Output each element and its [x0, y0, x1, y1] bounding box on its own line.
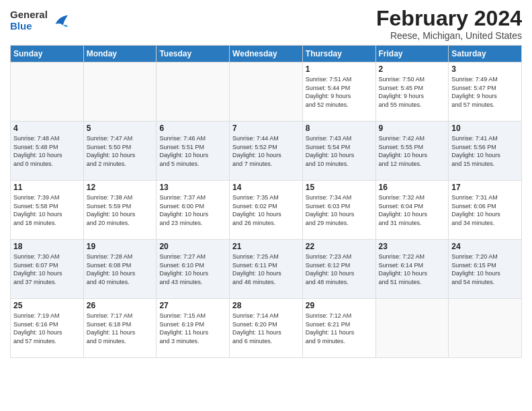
table-row: 7Sunrise: 7:44 AM Sunset: 5:52 PM Daylig…	[230, 122, 303, 181]
table-row: 9Sunrise: 7:42 AM Sunset: 5:55 PM Daylig…	[375, 122, 449, 181]
table-row: 23Sunrise: 7:22 AM Sunset: 6:14 PM Dayli…	[375, 240, 449, 299]
col-monday: Monday	[83, 46, 157, 62]
day-number: 11	[13, 183, 81, 192]
day-number: 2	[379, 64, 446, 74]
day-info: Sunrise: 7:34 AM Sunset: 6:03 PM Dayligh…	[306, 193, 373, 227]
day-info: Sunrise: 7:22 AM Sunset: 6:14 PM Dayligh…	[379, 253, 446, 286]
day-info: Sunrise: 7:42 AM Sunset: 5:55 PM Dayligh…	[379, 134, 446, 168]
table-row: 28Sunrise: 7:14 AM Sunset: 6:20 PM Dayli…	[230, 299, 303, 358]
table-row: 12Sunrise: 7:38 AM Sunset: 5:59 PM Dayli…	[83, 181, 157, 240]
header: General Blue February 2024 Reese, Michig…	[10, 7, 522, 41]
day-number: 17	[451, 183, 519, 192]
table-row: 19Sunrise: 7:28 AM Sunset: 6:08 PM Dayli…	[83, 240, 157, 299]
table-row: 3Sunrise: 7:49 AM Sunset: 5:47 PM Daylig…	[449, 62, 522, 122]
day-number: 15	[306, 183, 373, 192]
day-info: Sunrise: 7:38 AM Sunset: 5:59 PM Dayligh…	[87, 193, 154, 227]
day-number: 1	[306, 64, 373, 74]
day-info: Sunrise: 7:15 AM Sunset: 6:19 PM Dayligh…	[159, 312, 226, 345]
table-row: 1Sunrise: 7:51 AM Sunset: 5:44 PM Daylig…	[302, 62, 375, 122]
day-info: Sunrise: 7:31 AM Sunset: 6:06 PM Dayligh…	[451, 193, 519, 227]
logo-text: General Blue	[10, 9, 48, 32]
table-row	[449, 299, 522, 358]
calendar-week-row: 11Sunrise: 7:39 AM Sunset: 5:58 PM Dayli…	[11, 181, 522, 240]
day-info: Sunrise: 7:19 AM Sunset: 6:16 PM Dayligh…	[13, 312, 81, 345]
day-number: 3	[451, 64, 519, 74]
day-number: 21	[232, 242, 300, 251]
day-number: 7	[232, 124, 300, 133]
day-info: Sunrise: 7:27 AM Sunset: 6:10 PM Dayligh…	[159, 253, 226, 286]
table-row: 22Sunrise: 7:23 AM Sunset: 6:12 PM Dayli…	[302, 240, 375, 299]
day-info: Sunrise: 7:37 AM Sunset: 6:00 PM Dayligh…	[159, 193, 226, 227]
day-info: Sunrise: 7:43 AM Sunset: 5:54 PM Dayligh…	[306, 134, 373, 168]
day-info: Sunrise: 7:35 AM Sunset: 6:02 PM Dayligh…	[232, 193, 300, 227]
day-info: Sunrise: 7:46 AM Sunset: 5:51 PM Dayligh…	[159, 134, 226, 168]
day-number: 18	[13, 242, 81, 251]
title-area: February 2024 Reese, Michigan, United St…	[376, 7, 522, 41]
day-number: 25	[13, 301, 81, 310]
table-row: 13Sunrise: 7:37 AM Sunset: 6:00 PM Dayli…	[157, 181, 230, 240]
table-row: 27Sunrise: 7:15 AM Sunset: 6:19 PM Dayli…	[157, 299, 230, 358]
table-row: 4Sunrise: 7:48 AM Sunset: 5:48 PM Daylig…	[11, 122, 84, 181]
day-number: 10	[451, 124, 519, 133]
day-number: 9	[379, 124, 446, 133]
day-info: Sunrise: 7:30 AM Sunset: 6:07 PM Dayligh…	[13, 253, 81, 286]
table-row: 2Sunrise: 7:50 AM Sunset: 5:45 PM Daylig…	[375, 62, 449, 122]
col-tuesday: Tuesday	[157, 46, 230, 62]
table-row: 5Sunrise: 7:47 AM Sunset: 5:50 PM Daylig…	[83, 122, 157, 181]
day-info: Sunrise: 7:44 AM Sunset: 5:52 PM Dayligh…	[232, 134, 300, 168]
day-info: Sunrise: 7:51 AM Sunset: 5:44 PM Dayligh…	[306, 75, 373, 109]
day-number: 8	[306, 124, 373, 133]
table-row: 29Sunrise: 7:12 AM Sunset: 6:21 PM Dayli…	[302, 299, 375, 358]
calendar-week-row: 1Sunrise: 7:51 AM Sunset: 5:44 PM Daylig…	[11, 62, 522, 122]
day-number: 12	[87, 183, 154, 192]
day-number: 19	[87, 242, 154, 251]
col-saturday: Saturday	[449, 46, 522, 62]
day-number: 27	[159, 301, 226, 310]
table-row: 16Sunrise: 7:32 AM Sunset: 6:04 PM Dayli…	[375, 181, 449, 240]
table-row: 18Sunrise: 7:30 AM Sunset: 6:07 PM Dayli…	[11, 240, 84, 299]
table-row	[375, 299, 449, 358]
day-info: Sunrise: 7:48 AM Sunset: 5:48 PM Dayligh…	[13, 134, 81, 168]
day-info: Sunrise: 7:12 AM Sunset: 6:21 PM Dayligh…	[306, 312, 373, 345]
day-info: Sunrise: 7:49 AM Sunset: 5:47 PM Dayligh…	[451, 75, 519, 109]
table-row: 15Sunrise: 7:34 AM Sunset: 6:03 PM Dayli…	[302, 181, 375, 240]
calendar-week-row: 25Sunrise: 7:19 AM Sunset: 6:16 PM Dayli…	[11, 299, 522, 358]
table-row	[157, 62, 230, 122]
day-info: Sunrise: 7:14 AM Sunset: 6:20 PM Dayligh…	[232, 312, 300, 345]
table-row	[83, 62, 157, 122]
table-row: 6Sunrise: 7:46 AM Sunset: 5:51 PM Daylig…	[157, 122, 230, 181]
logo-general: General	[10, 9, 48, 21]
table-row: 14Sunrise: 7:35 AM Sunset: 6:02 PM Dayli…	[230, 181, 303, 240]
day-number: 23	[379, 242, 446, 251]
month-title: February 2024	[376, 7, 522, 30]
day-info: Sunrise: 7:32 AM Sunset: 6:04 PM Dayligh…	[379, 193, 446, 227]
day-number: 26	[87, 301, 154, 310]
calendar-week-row: 18Sunrise: 7:30 AM Sunset: 6:07 PM Dayli…	[11, 240, 522, 299]
table-row: 26Sunrise: 7:17 AM Sunset: 6:18 PM Dayli…	[83, 299, 157, 358]
table-row: 8Sunrise: 7:43 AM Sunset: 5:54 PM Daylig…	[302, 122, 375, 181]
day-number: 5	[87, 124, 154, 133]
calendar-week-row: 4Sunrise: 7:48 AM Sunset: 5:48 PM Daylig…	[11, 122, 522, 181]
day-info: Sunrise: 7:47 AM Sunset: 5:50 PM Dayligh…	[87, 134, 154, 168]
location: Reese, Michigan, United States	[376, 30, 522, 41]
col-friday: Friday	[375, 46, 449, 62]
day-info: Sunrise: 7:28 AM Sunset: 6:08 PM Dayligh…	[87, 253, 154, 286]
col-sunday: Sunday	[11, 46, 84, 62]
day-info: Sunrise: 7:39 AM Sunset: 5:58 PM Dayligh…	[13, 193, 81, 227]
col-thursday: Thursday	[302, 46, 375, 62]
day-info: Sunrise: 7:50 AM Sunset: 5:45 PM Dayligh…	[379, 75, 446, 109]
day-number: 24	[451, 242, 519, 251]
table-row: 21Sunrise: 7:25 AM Sunset: 6:11 PM Dayli…	[230, 240, 303, 299]
day-number: 4	[13, 124, 81, 133]
logo-bird-icon	[50, 11, 69, 30]
day-number: 13	[159, 183, 226, 192]
table-row	[11, 62, 84, 122]
table-row: 10Sunrise: 7:41 AM Sunset: 5:56 PM Dayli…	[449, 122, 522, 181]
table-row: 20Sunrise: 7:27 AM Sunset: 6:10 PM Dayli…	[157, 240, 230, 299]
page: General Blue February 2024 Reese, Michig…	[0, 0, 532, 411]
day-info: Sunrise: 7:41 AM Sunset: 5:56 PM Dayligh…	[451, 134, 519, 168]
day-info: Sunrise: 7:23 AM Sunset: 6:12 PM Dayligh…	[306, 253, 373, 286]
day-number: 14	[232, 183, 300, 192]
table-row	[230, 62, 303, 122]
day-number: 16	[379, 183, 446, 192]
